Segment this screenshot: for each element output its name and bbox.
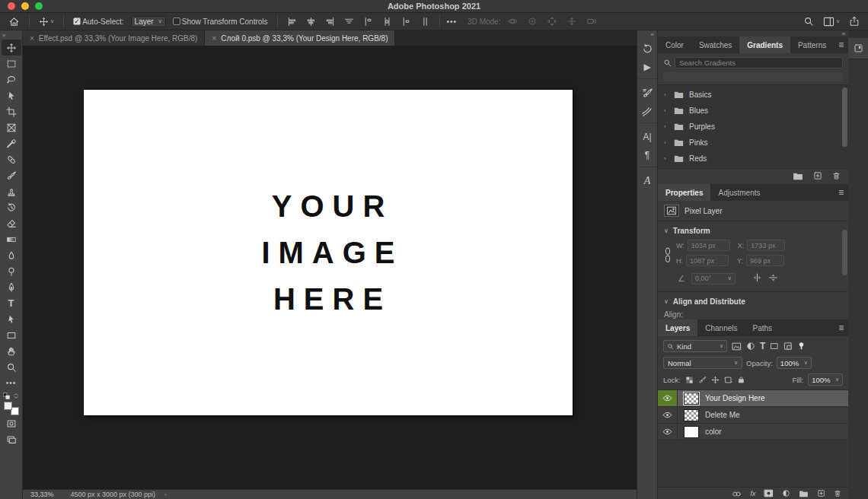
foreground-color-swatch[interactable] <box>4 402 12 410</box>
flip-horizontal-button[interactable] <box>752 272 762 285</box>
filter-toggle-button[interactable] <box>797 342 806 351</box>
filter-pixel-layers-button[interactable] <box>732 342 742 351</box>
filter-smart-objects-button[interactable] <box>783 342 793 351</box>
link-layers-button[interactable] <box>732 487 742 499</box>
expand-tools-icon[interactable]: » <box>0 31 8 40</box>
layer-row-delete-me[interactable]: Delete Me <box>658 407 848 424</box>
distribute-center-button[interactable] <box>380 16 394 27</box>
hand-tool[interactable] <box>2 343 21 359</box>
x-field[interactable]: 1733 px <box>747 240 785 251</box>
dodge-tool[interactable] <box>2 263 21 279</box>
tab-patterns[interactable]: Patterns <box>790 37 834 53</box>
rotation-field[interactable]: 0,00°∨ <box>691 273 736 284</box>
align-right-edges-button[interactable] <box>323 16 337 27</box>
tool-preset-button[interactable]: ∨ <box>37 16 56 27</box>
foreground-background-swatches[interactable] <box>4 402 19 415</box>
layer-thumbnail[interactable] <box>684 393 699 405</box>
distribute-right-button[interactable] <box>418 16 432 27</box>
scrollbar[interactable] <box>842 230 847 275</box>
collapse-dock-icon[interactable]: « <box>648 30 657 40</box>
delete-gradient-button[interactable] <box>832 170 841 183</box>
zoom-level[interactable]: 33,33% <box>23 491 62 498</box>
distribute-bottom-button[interactable] <box>399 16 413 27</box>
chevron-right-icon[interactable]: › <box>664 91 669 98</box>
libraries-tab[interactable]: Libraries <box>848 38 868 59</box>
history-brush-tool[interactable] <box>2 199 21 215</box>
panel-menu-icon[interactable]: ≡ <box>834 184 848 201</box>
align-left-edges-button[interactable] <box>285 16 299 27</box>
eyedropper-tool[interactable] <box>2 135 21 151</box>
frame-tool[interactable] <box>2 119 21 135</box>
auto-select-target-dropdown[interactable]: Layer ∨ <box>131 16 166 27</box>
brushes-panel-button[interactable] <box>637 102 657 120</box>
gradient-tool[interactable] <box>2 231 21 247</box>
share-button[interactable] <box>847 15 862 27</box>
lock-transparency-button[interactable] <box>685 376 694 384</box>
shape-tool[interactable] <box>2 327 21 343</box>
filter-kind-dropdown[interactable]: Kind ∨ <box>663 340 727 352</box>
artboard[interactable]: YOUR IMAGE HERE <box>84 90 573 415</box>
gradient-folder-purples[interactable]: ›Purples <box>658 119 848 135</box>
chevron-right-icon[interactable]: › <box>664 123 669 130</box>
delete-layer-button[interactable] <box>834 487 841 499</box>
gradient-folder-blues[interactable]: ›Blues <box>658 103 848 119</box>
clone-stamp-tool[interactable] <box>2 183 21 199</box>
glyphs-panel-button[interactable]: A <box>637 172 657 190</box>
quick-mask-button[interactable] <box>2 415 21 431</box>
opacity-field[interactable]: 100% ∨ <box>777 357 812 369</box>
blend-mode-dropdown[interactable]: Normal ∨ <box>663 357 742 369</box>
layer-style-button[interactable]: fx <box>750 490 755 497</box>
lasso-tool[interactable] <box>2 72 21 87</box>
distribute-left-button[interactable] <box>361 16 375 27</box>
canvas-pasteboard[interactable]: YOUR IMAGE HERE <box>23 46 637 489</box>
document-tab-effect[interactable]: × Effect.psd @ 33,3% (Your Image Here, R… <box>23 30 205 46</box>
lock-position-button[interactable] <box>711 376 720 384</box>
eraser-tool[interactable] <box>2 215 21 231</box>
tab-swatches[interactable]: Swatches <box>691 37 739 53</box>
layer-row-color[interactable]: color <box>658 424 848 440</box>
y-field[interactable]: 969 px <box>746 255 784 266</box>
layer-row-your-design-here[interactable]: Your Design Here <box>658 390 848 407</box>
transform-section-header[interactable]: ∨ Transform <box>658 221 848 238</box>
tab-properties[interactable]: Properties <box>658 184 710 201</box>
brush-tool[interactable] <box>2 167 21 183</box>
height-field[interactable]: 1087 px <box>686 255 729 266</box>
object-selection-tool[interactable] <box>2 87 21 103</box>
filter-type-layers-button[interactable]: T <box>760 341 765 351</box>
type-tool[interactable]: T <box>2 295 21 311</box>
document-tab-sloy[interactable]: × Слой 0.psb @ 33,3% (Your Design Here, … <box>205 30 395 46</box>
swap-colors-control[interactable] <box>3 393 20 399</box>
pen-tool[interactable] <box>2 279 21 295</box>
layer-name[interactable]: color <box>705 427 722 436</box>
layer-visibility-toggle[interactable] <box>658 407 678 423</box>
layer-visibility-toggle[interactable] <box>658 390 678 406</box>
layer-visibility-toggle[interactable] <box>658 424 678 440</box>
align-horizontal-centers-button[interactable] <box>304 16 318 27</box>
layer-name[interactable]: Delete Me <box>705 411 740 419</box>
show-transform-controls-checkbox[interactable]: Show Transform Controls <box>171 17 270 27</box>
auto-select-checkbox[interactable]: ✓ Auto-Select: <box>71 17 126 27</box>
layer-thumbnail[interactable] <box>684 409 699 421</box>
scrollbar[interactable] <box>842 87 847 147</box>
chevron-right-icon[interactable]: › <box>664 155 669 162</box>
paragraph-panel-button[interactable]: ¶ <box>637 146 657 164</box>
align-section-header[interactable]: ∨ Align and Distribute <box>658 292 848 309</box>
more-options-button[interactable]: ••• <box>447 17 458 26</box>
fill-field[interactable]: 100% ∨ <box>808 373 843 386</box>
path-selection-tool[interactable] <box>2 311 21 327</box>
filter-shape-layers-button[interactable] <box>770 342 779 351</box>
lock-pixels-button[interactable] <box>698 376 707 384</box>
character-panel-button[interactable]: A| <box>637 128 657 146</box>
edit-toolbar-button[interactable]: ••• <box>2 375 21 391</box>
search-gradients-input[interactable]: Search Gradients <box>675 57 843 68</box>
add-mask-button[interactable] <box>764 487 774 499</box>
screen-mode-button[interactable] <box>2 431 21 447</box>
healing-brush-tool[interactable] <box>2 151 21 167</box>
tab-color[interactable]: Color <box>658 37 691 53</box>
close-tab-icon[interactable]: × <box>30 34 34 43</box>
crop-tool[interactable] <box>2 103 21 119</box>
flip-vertical-button[interactable] <box>768 272 778 285</box>
gradient-folder-reds[interactable]: ›Reds <box>658 151 848 167</box>
lock-all-button[interactable] <box>737 376 745 384</box>
close-tab-icon[interactable]: × <box>212 34 216 43</box>
